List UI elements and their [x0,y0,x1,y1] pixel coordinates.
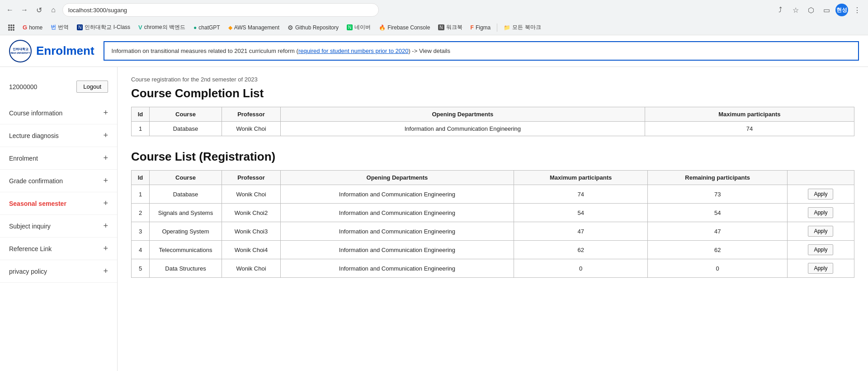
bookmark-iclass[interactable]: N 인하대학교 I-Class [73,22,134,33]
cell-max: 62 [514,241,648,259]
sidebar-item-label: Course information [9,109,62,117]
registration-list-title: Course List (Registration) [131,150,854,164]
cell-max: 47 [514,222,648,241]
cell-course: Telecommunications [150,241,222,259]
apply-button[interactable]: Apply [808,226,833,237]
bookmark-label: 인하대학교 I-Class [85,24,130,31]
bookmark-apps[interactable] [5,23,18,32]
home-button[interactable]: ⌂ [48,5,59,15]
plus-icon: + [103,176,108,186]
bookmark-label: chatGPT [198,24,220,31]
cell-remaining: 54 [648,204,787,222]
notice-text2: ) -> View details [408,48,450,54]
logout-button[interactable]: Logout [76,81,108,93]
forward-button[interactable]: → [19,5,30,15]
cell-course: Database [150,185,222,204]
cell-dept: Information and Communication Engineerin… [281,222,514,241]
plus-icon: + [103,244,108,253]
apply-button[interactable]: Apply [808,189,833,200]
profile-button[interactable]: 현성 [835,4,848,16]
bookmark-label: home [29,24,42,31]
sidebar-item-label: Subject inquiry [9,223,51,230]
cell-apply: Apply [787,222,854,241]
bookmark-label: Github Repository [295,24,339,31]
cell-professor: Wonik Choi [222,185,281,204]
bookmark-notebook[interactable]: N 워크북 [434,22,466,33]
sidebar-item-grade-confirmation[interactable]: Grade confirmation + [0,170,117,192]
cell-course: Operating System [150,222,222,241]
bookmark-chatgpt[interactable]: ● chatGPT [190,23,224,32]
sidebar-item-course-information[interactable]: Course information + [0,102,117,124]
page-content: Course registration for the 2nd semester… [118,67,868,371]
table-row: 1 Database Wonik Choi Information and Co… [132,122,854,136]
sidebar-item-privacy-policy[interactable]: privacy policy + [0,260,117,283]
bookmark-home[interactable]: G home [19,23,46,32]
bookmark-github[interactable]: ⚙ Github Repository [284,23,342,33]
share-button[interactable]: ⤴ [774,4,787,16]
cell-dept: Information and Communication Engineerin… [281,204,514,222]
sidebar-item-label: privacy policy [9,268,47,275]
bookmarks-divider [497,24,497,32]
bookmark-aws[interactable]: ◆ AWS Management [225,23,283,32]
sidebar-item-lecture-diagnosis[interactable]: Lecture diagnosis + [0,124,117,147]
cell-apply: Apply [787,259,854,278]
bookmark-label: AWS Management [234,24,279,31]
cell-course: Signals and Systems [150,204,222,222]
bookmark-translate[interactable]: 번 번역 [47,22,72,33]
apply-button[interactable]: Apply [808,207,833,218]
sidebar-item-label: Seasonal semester [9,200,66,207]
table-row: 1 Database Wonik Choi Information and Co… [132,185,854,204]
browser-chrome: ← → ↺ ⌂ localhost:3000/sugang ⤴ ☆ ⬡ ▭ 현성… [0,0,868,35]
apply-button[interactable]: Apply [808,244,833,255]
window-button[interactable]: ▭ [820,4,833,16]
cell-remaining: 73 [648,185,787,204]
sidebar-item-reference-link[interactable]: Reference Link + [0,238,117,260]
completion-table-header: Id Course Professor Opening Departments … [132,107,854,122]
bookmark-label: 모든 북마크 [512,24,541,31]
user-id: 12000000 [9,83,37,90]
menu-button[interactable]: ⋮ [851,4,863,16]
bookmark-firebase[interactable]: 🔥 Firebase Console [375,23,434,32]
bookmark-figma[interactable]: F Figma [467,23,495,32]
address-bar[interactable]: localhost:3000/sugang [62,3,379,17]
cell-professor: Wonik Choi [222,259,281,278]
reg-col-id: Id [132,171,150,185]
cell-id: 1 [132,122,150,136]
completion-list-title: Course Completion List [131,86,854,100]
semester-label: Course registration for the 2nd semester… [131,76,854,83]
refresh-button[interactable]: ↺ [33,5,44,15]
cell-max: 0 [514,259,648,278]
notice-banner: Information on transitional measures rel… [104,41,859,61]
registration-table-header: Id Course Professor Opening Departments … [132,171,854,185]
browser-nav: ← → ↺ ⌂ localhost:3000/sugang ⤴ ☆ ⬡ ▭ 현성… [0,0,868,20]
completion-table: Id Course Professor Opening Departments … [131,107,854,136]
cell-dept: Information and Communication Engineerin… [281,122,645,136]
notice-link[interactable]: required for student numbers prior to 20… [298,48,409,54]
bookmark-button[interactable]: ☆ [789,4,802,16]
cell-dept: Information and Communication Engineerin… [281,241,514,259]
bookmark-all-bookmarks[interactable]: 📁 모든 북마크 [500,22,544,33]
sidebar-item-enrolment[interactable]: Enrolment + [0,147,117,170]
sidebar-item-seasonal-semester[interactable]: Seasonal semester + [0,192,117,215]
sidebar-item-label: Grade confirmation [9,177,63,185]
bookmark-chrome-backend[interactable]: V chrome의 백엔드 [135,22,189,33]
extensions-button[interactable]: ⬡ [805,4,817,16]
table-row: 2 Signals and Systems Wonik Choi2 Inform… [132,204,854,222]
sidebar-item-subject-inquiry[interactable]: Subject inquiry + [0,215,117,238]
completion-col-dept: Opening Departments [281,107,645,122]
registration-table-body: 1 Database Wonik Choi Information and Co… [132,185,854,278]
cell-id: 3 [132,222,150,241]
sidebar: 12000000 Logout Course information + Lec… [0,67,118,371]
plus-icon: + [103,153,108,163]
plus-icon: + [103,266,108,276]
reg-col-professor: Professor [222,171,281,185]
logo-area: 인하대학교 INHA UNIVERSITY Enrolment [9,40,94,62]
sidebar-item-label: Enrolment [9,155,38,162]
back-button[interactable]: ← [5,5,15,15]
cell-max: 74 [645,122,854,136]
table-row: 4 Telecommunications Wonik Choi4 Informa… [132,241,854,259]
apply-button[interactable]: Apply [808,263,833,274]
bookmark-label: 번역 [58,24,69,31]
sidebar-item-label: Reference Link [9,245,52,252]
bookmark-naver[interactable]: N 네이버 [343,22,374,33]
